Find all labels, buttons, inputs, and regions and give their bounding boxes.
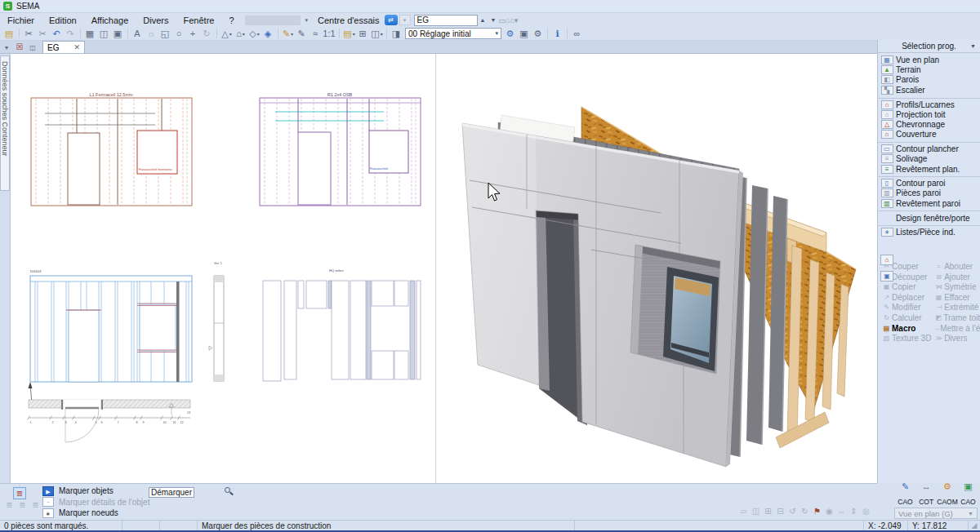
frame-elevation[interactable]: DG103 <box>29 269 193 403</box>
close-view-icon[interactable]: ☒ <box>13 42 26 53</box>
menu-item[interactable]: Fenêtre <box>176 15 222 26</box>
macro-window-icon[interactable]: ▣ <box>880 271 893 282</box>
sidebar-item-chevronnage[interactable]: △ Chevronnage <box>878 119 980 129</box>
nav-icon-7[interactable]: ⚑ <box>811 507 823 516</box>
layers-icon[interactable]: ≈ <box>309 28 323 40</box>
print-icon[interactable]: ▦ <box>83 28 97 40</box>
sidebar-item-projection-toit[interactable]: ⌂ Projection toit <box>878 109 980 119</box>
nav-icon-11[interactable]: ◎ <box>860 507 872 516</box>
nav-icon-1[interactable]: ▱ <box>737 507 750 516</box>
tab-list-dropdown-icon[interactable]: ▾ <box>0 44 13 53</box>
command-symetrie[interactable]: ⋈Symétrie <box>933 282 980 292</box>
section-strip[interactable]: Ver 1 <box>209 261 224 381</box>
command-divers[interactable]: ≫Divers <box>933 333 980 344</box>
elevation-panel-2[interactable]: R1 2x4 OSB Fräsausschnitt <box>260 92 421 206</box>
sidebar-item-pieces-paroi[interactable]: ▥ Pièces paroi <box>878 188 980 198</box>
rotate-view-icon[interactable]: ↻ <box>200 28 214 40</box>
info-icon[interactable]: ℹ <box>550 28 564 40</box>
preset-tag-icon[interactable]: ◨ <box>390 28 403 40</box>
command-macro[interactable]: ▤Macro <box>881 323 933 334</box>
command-copier[interactable]: ▣Copier <box>881 282 933 292</box>
sidebar-item-couverture[interactable]: ⌂ Couverture <box>878 130 980 140</box>
export-sheet-icon[interactable]: ▣ <box>111 28 125 40</box>
tab-eg[interactable]: EG ✕ <box>42 41 85 53</box>
menu-item[interactable]: Fichier <box>0 15 42 26</box>
cut-icon[interactable]: ✂ <box>22 28 36 40</box>
marquer-noeuds-row[interactable]: ∗ Marquer noeuds <box>42 508 149 518</box>
marquer-objets-row[interactable]: ▶ Marquer objets <box>42 485 149 496</box>
sidebar-item-solivage[interactable]: ≡ Solivage <box>878 154 980 164</box>
nav-icon-9[interactable]: ⇔ <box>835 507 848 516</box>
nav-icon-4[interactable]: ⊟ <box>774 507 786 516</box>
pane-2d-drawings[interactable]: L1 Fermacell 12.5mm Fräsausschnitt Innen… <box>11 54 436 483</box>
plumb-icon[interactable]: △▾ <box>220 28 234 40</box>
settings-gear-icon[interactable]: ⚙ <box>531 28 545 40</box>
elevation-panel-1[interactable]: L1 Fermacell 12.5mm Fräsausschnitt Innen… <box>31 92 192 206</box>
nav-icon-6[interactable]: ↻ <box>799 507 811 516</box>
storey-down-icon[interactable]: ▼ <box>488 17 498 23</box>
menu-item[interactable]: ? <box>221 15 241 26</box>
sidebar-item-contour-plancher[interactable]: ▭ Contour plancher <box>878 142 980 153</box>
pan-icon[interactable]: + <box>186 28 200 40</box>
perspective-icon[interactable]: ◇▾ <box>247 28 261 40</box>
sidebar-item-terrain[interactable]: ▲ Terrain <box>878 64 980 74</box>
nav-icon-5[interactable]: ↺ <box>786 507 799 516</box>
redo-icon[interactable]: ↷ <box>64 28 78 40</box>
macro-roof-icon[interactable]: ⌂ <box>880 255 893 265</box>
command-modifier[interactable]: ✎Modifier <box>881 303 933 313</box>
split-view-icon[interactable]: ◫ <box>26 44 39 53</box>
plan-dimension[interactable]: 12345678910111213 <box>28 400 191 443</box>
nav-icon-2[interactable]: ◫ <box>750 507 762 516</box>
binoculars-icon[interactable]: ∞ <box>570 28 584 40</box>
scale-icon[interactable]: 1:1 <box>323 28 336 40</box>
tab-close-icon[interactable]: ✕ <box>74 43 80 51</box>
search-lasso-icon[interactable] <box>222 486 235 498</box>
nav-icon-3[interactable]: ⊞ <box>762 507 774 516</box>
remote-support-icon[interactable]: ⇄ <box>385 15 398 25</box>
view-mode-combo[interactable]: Vue en plan (G)▼ <box>894 508 978 519</box>
command-abouter[interactable]: =Abouter <box>933 261 980 272</box>
view-3d-icon[interactable]: ◈ <box>261 28 275 40</box>
sidebar-item-design-fenetre-porte[interactable]: Design fenêtre/porte <box>878 211 980 222</box>
piece-drawings[interactable]: HQ teilen <box>263 268 421 381</box>
sidebar-item-parois[interactable]: ◧ Parois <box>878 75 980 85</box>
storey-combo[interactable]: EG <box>414 15 478 26</box>
apply-preset-icon[interactable]: ⚙ <box>503 28 517 40</box>
resize-grip[interactable]: ◢ <box>969 521 980 530</box>
cut-copy-icon[interactable]: ✂ <box>36 28 50 40</box>
pen-settings-icon[interactable]: ✎ <box>295 28 309 40</box>
menu-item[interactable]: Divers <box>136 15 176 26</box>
copy-preset-icon[interactable]: ▣ <box>517 28 531 40</box>
command-effacer[interactable]: ▦Effacer <box>933 292 980 303</box>
support-dropdown-icon[interactable]: ▾ <box>399 15 411 25</box>
demarquer-button[interactable]: Démarquer <box>149 487 194 498</box>
selection-prog-header[interactable]: Sélection prog.▼ <box>878 40 980 53</box>
layer-stack-icon-3[interactable]: ≣ <box>29 500 42 511</box>
donnees-souches-tab[interactable]: Données souches Conteneur <box>0 55 10 191</box>
command-ajouter[interactable]: ⊞Ajouter <box>933 272 980 282</box>
marquer-details-row[interactable]: ~ Marquer détails de l'objet <box>42 497 149 508</box>
match-pencil-icon[interactable]: ✎▾ <box>281 28 295 40</box>
command-texture-3d[interactable]: ▨Texture 3D <box>881 333 933 344</box>
zoom-lens-icon[interactable]: ○ <box>172 28 186 40</box>
command-calculer[interactable]: ↻Calculer <box>881 313 933 323</box>
find-text-icon[interactable]: A <box>131 28 145 40</box>
menu-item[interactable]: Affichage <box>84 15 136 26</box>
sidebar-item-contour-paroi[interactable]: ▯ Contour paroi <box>878 176 980 188</box>
layer-filter-button[interactable]: ≣ <box>13 487 26 499</box>
command-trame-toit[interactable]: ◩Trame toit <box>933 313 980 323</box>
pane-3d-view[interactable] <box>436 54 877 483</box>
window-layout-icon[interactable]: ◫▾ <box>370 28 384 40</box>
drawing-canvas[interactable]: L1 Fermacell 12.5mm Fräsausschnitt Innen… <box>11 54 877 483</box>
chevron-down-icon[interactable]: ▾ <box>302 17 312 24</box>
highlight-icon[interactable]: ☼ <box>145 28 158 40</box>
layer-stack-icon-1[interactable]: ≣ <box>3 500 16 511</box>
macro-folder-icon[interactable]: ▤▾ <box>342 28 356 40</box>
sidebar-item-listes-piece-ind[interactable]: ∗ Listes/Pièce ind. <box>878 225 980 237</box>
storey-up-icon[interactable]: ▲ <box>478 17 488 23</box>
sidebar-item-vue-en-plan[interactable]: ▦ Vue en plan <box>878 55 980 64</box>
nav-icon-10[interactable]: ⇕ <box>848 507 860 516</box>
sidebar-item-revetement-plan[interactable]: ≡ Revêtement plan. <box>878 164 980 174</box>
sidebar-item-escalier[interactable]: ▚ Escalier <box>878 85 980 95</box>
layer-stack-icon-2[interactable]: ≣ <box>16 500 29 511</box>
